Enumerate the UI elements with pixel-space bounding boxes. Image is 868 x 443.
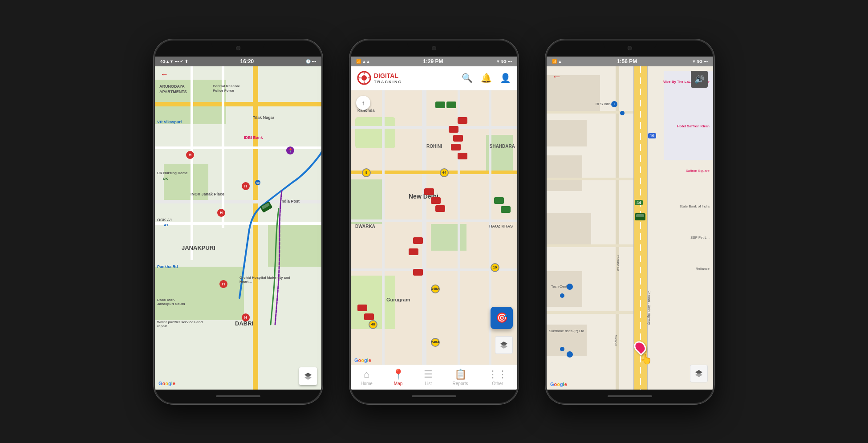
marker-rps — [620, 111, 625, 115]
fab-button[interactable]: 🎯 — [491, 307, 513, 329]
block-4 — [547, 213, 591, 244]
marker-pink-1: 📍 — [286, 146, 294, 154]
marker-red-1: H — [186, 151, 194, 159]
label-vikaspuri: VR Vikaspuri — [157, 120, 182, 124]
nav-other[interactable]: ⋮⋮ Other — [488, 369, 507, 386]
svg-marker-1 — [304, 375, 312, 380]
road-badge-19: 19 — [648, 133, 656, 138]
phone2-status-bar: 📶 ▲▲ 1:29 PM ▼ 5G ▪▪▪ — [351, 57, 517, 66]
nav-list[interactable]: ☰ List — [424, 369, 433, 386]
status-time-3: 1:56 PM — [617, 58, 637, 65]
phone3-top — [547, 41, 713, 57]
home-indicator-2 — [412, 395, 456, 397]
road-h1 — [155, 102, 321, 106]
label-ocka1: OCK A1 — [157, 218, 172, 222]
network-info-2: 📶 ▲▲ — [356, 59, 370, 64]
label-sbi: State Bank of India — [679, 204, 710, 208]
badge-44: 44 — [440, 168, 449, 177]
status-left: 4G▲▼ ▪▪▪ ✓ ⬆ — [160, 59, 188, 64]
phone1-screen: ← ARUNODAYA APARTMENTS Central Reserve P… — [155, 66, 321, 390]
layers-button-2[interactable] — [495, 336, 513, 354]
road-h4 — [155, 222, 321, 225]
nav-list-label: List — [425, 381, 432, 386]
phone1-status-bar: 4G▲▼ ▪▪▪ ✓ ⬆ 16:20 🕐 ▪▪▪ — [155, 57, 321, 66]
search-icon[interactable]: 🔍 — [462, 73, 473, 83]
compass[interactable]: ↑ — [356, 96, 370, 110]
vehicle-red-12 — [364, 313, 374, 320]
label-tilaknagar: Tilak Nagar — [253, 115, 274, 120]
battery-info-3: ▼ 5G ▪▪▪ — [692, 59, 708, 64]
nav-reports-label: Reports — [453, 381, 468, 386]
marker-red-2: H — [242, 182, 250, 190]
touch-indicator: 👆 — [640, 354, 652, 365]
car-icon-3 — [635, 213, 645, 220]
brand-logo: DIGITAL TRACKING — [357, 71, 402, 85]
phone-3: 📶 ▲ 1:56 PM ▼ 5G ▪▪▪ 44 19 Yamu — [545, 39, 714, 404]
badge-48: 48 — [369, 320, 377, 329]
status-time-2: 1:29 PM — [423, 58, 443, 65]
app-header: DIGITAL TRACKING 🔍 🔔 👤 — [351, 66, 517, 90]
google-logo-3: Google — [550, 382, 567, 387]
vehicle-red-13 — [357, 305, 367, 311]
phone2-top — [351, 41, 517, 57]
marker-loc-2 — [567, 284, 573, 290]
status-right-2: ▼ 5G ▪▪▪ — [496, 59, 512, 64]
label-janakpuri: JANAKPURI — [182, 244, 215, 251]
label-indiapost: India Post — [280, 199, 300, 203]
brand-text: DIGITAL TRACKING — [374, 72, 402, 84]
label-hauzkhas: HAUZ KHAS — [489, 224, 513, 228]
battery-info: 🕐 ▪▪▪ — [306, 59, 316, 64]
brand-name-row: DIGITAL — [374, 72, 402, 80]
h-road-2 — [547, 178, 633, 180]
green-area-1 — [355, 117, 395, 148]
status-time: 16:20 — [240, 58, 254, 65]
other-icon: ⋮⋮ — [488, 369, 507, 380]
marker-loc-1: i — [611, 101, 617, 107]
phone-1: 4G▲▼ ▪▪▪ ✓ ⬆ 16:20 🕐 ▪▪▪ — [154, 39, 323, 404]
bell-icon[interactable]: 🔔 — [481, 73, 492, 83]
vehicle-red-4 — [451, 144, 461, 150]
nav-home[interactable]: ⌂ Home — [361, 369, 373, 386]
badge-9: 9 — [362, 168, 371, 177]
camera-3 — [628, 46, 632, 50]
status-right: 🕐 ▪▪▪ — [306, 59, 316, 64]
label-water: Water purifier services and repair — [157, 320, 211, 328]
vehicle-green-2 — [446, 102, 456, 108]
vehicle-red-6 — [424, 188, 434, 195]
brand-icon — [357, 71, 371, 85]
back-arrow-3[interactable]: ← — [552, 71, 562, 82]
layers-button-1[interactable] — [299, 367, 317, 385]
person-icon[interactable]: 👤 — [500, 73, 511, 83]
vehicle-red-9 — [413, 237, 423, 244]
vehicle-red-5 — [458, 153, 467, 159]
nav-reports[interactable]: 📋 Reports — [453, 369, 468, 386]
marker-sunflame — [560, 347, 564, 351]
back-arrow[interactable]: ← — [160, 70, 168, 79]
bottom-nav: ⌂ Home 📍 Map ☰ List 📋 Reports ⋮⋮ Other — [351, 365, 517, 390]
brand-tracking: TRACKING — [374, 80, 402, 84]
label-pankha: Pankha Rd — [157, 264, 178, 269]
label-crpf: Central Reserve — [213, 84, 240, 88]
phone2-map: Kanonda ROHINI SHAHDARA New Delhi DWARKA… — [351, 90, 517, 365]
layers-button-3[interactable] — [690, 365, 708, 382]
h-road-4 — [547, 311, 633, 314]
label-ssp: SSP Pvt L... — [690, 236, 710, 240]
volume-button[interactable]: 🔊 — [691, 71, 708, 88]
nav-map[interactable]: 📍 Map — [392, 369, 404, 386]
label-gurugram: Gurugram — [386, 297, 410, 302]
svg-marker-13 — [695, 373, 702, 377]
label-sunflame: Sunflame rises (P) Ltd — [549, 329, 584, 333]
label-a1: A1 — [164, 223, 168, 227]
label-uk: UK — [163, 177, 168, 181]
vehicle-red-1 — [458, 117, 467, 124]
battery-info-2: ▼ 5G ▪▪▪ — [496, 59, 512, 64]
network-info: 4G▲▼ ▪▪▪ ✓ ⬆ — [160, 59, 188, 64]
road-major-v — [422, 90, 426, 365]
home-indicator — [216, 395, 260, 397]
phone1-bottom — [155, 390, 321, 403]
phone2-bottom — [351, 390, 517, 403]
label-rohini: ROHINI — [426, 144, 442, 149]
block-2 — [547, 120, 587, 146]
block-5 — [547, 271, 582, 307]
phone1-top — [155, 41, 321, 57]
